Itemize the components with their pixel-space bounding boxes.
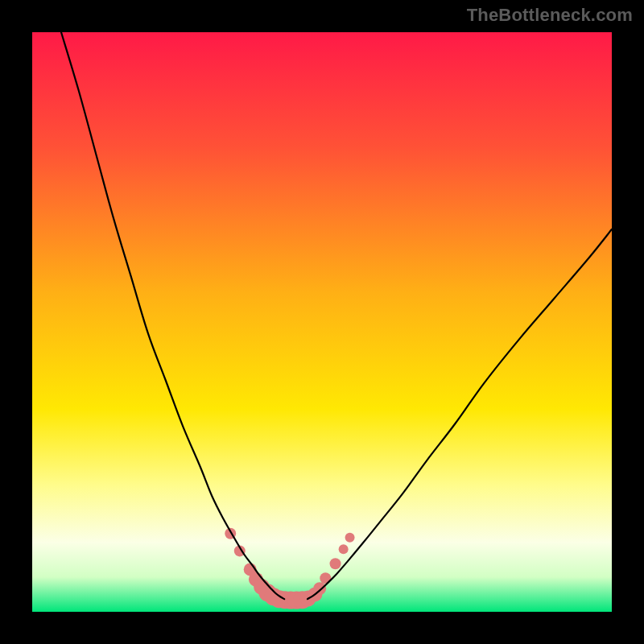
bottleneck-plot xyxy=(32,32,612,612)
watermark-label: TheBottleneck.com xyxy=(467,5,633,26)
marker-dot xyxy=(330,558,341,569)
marker-dot xyxy=(339,544,349,554)
marker-dot xyxy=(345,533,355,543)
chart-frame: TheBottleneck.com xyxy=(0,0,644,644)
gradient-background xyxy=(32,32,612,612)
